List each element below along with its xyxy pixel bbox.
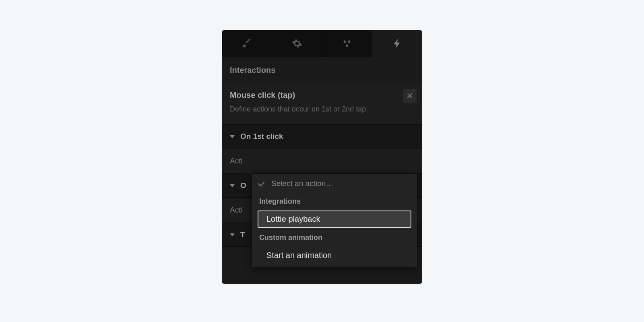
dropdown-group-integrations: Integrations (252, 193, 417, 209)
dropdown-group-custom-animation: Custom animation (252, 229, 417, 245)
brush-icon (242, 38, 252, 49)
tab-settings[interactable] (272, 30, 322, 57)
action-label: Acti (230, 206, 243, 215)
trigger-block: Mouse click (tap) Define actions that oc… (222, 83, 422, 125)
interactions-panel: Interactions Mouse click (tap) Define ac… (222, 30, 422, 284)
section-label: O (240, 181, 246, 190)
close-icon (406, 92, 413, 99)
section-title: Interactions (222, 57, 422, 83)
tab-interactions[interactable] (372, 30, 422, 57)
action-dropdown: Select an action… Integrations Lottie pl… (252, 174, 417, 267)
dropdown-option-start-animation[interactable]: Start an animation (258, 247, 411, 264)
chevron-down-icon (230, 184, 235, 187)
tab-effects[interactable] (322, 30, 373, 57)
lightning-icon (392, 38, 402, 49)
dropdown-placeholder[interactable]: Select an action… (252, 174, 417, 193)
action-label: Acti (230, 157, 243, 165)
remove-trigger-button[interactable] (403, 89, 417, 103)
section-on-1st-click[interactable]: On 1st click (222, 125, 422, 149)
panel-tabbar (222, 30, 422, 57)
droplets-icon (342, 38, 352, 49)
gear-icon (292, 38, 302, 49)
trigger-description: Define actions that occur on 1st or 2nd … (230, 104, 414, 115)
dropdown-option-lottie-playback[interactable]: Lottie playback (258, 211, 411, 228)
trigger-title: Mouse click (tap) (230, 91, 414, 100)
chevron-down-icon (230, 135, 235, 138)
chevron-down-icon (230, 233, 235, 236)
tab-style[interactable] (222, 30, 272, 57)
section-label: T (240, 230, 245, 239)
action-row-1[interactable]: Acti (222, 149, 422, 174)
section-label: On 1st click (240, 132, 283, 141)
dropdown-placeholder-label: Select an action… (271, 179, 333, 188)
